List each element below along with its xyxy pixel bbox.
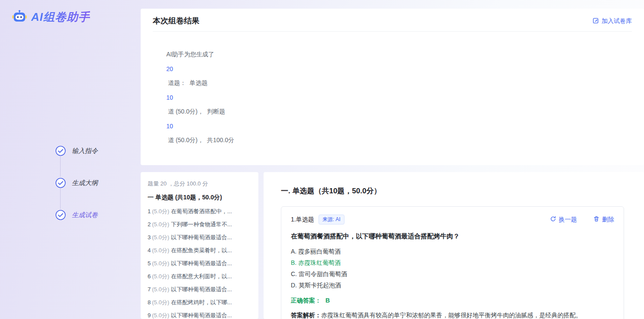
question-actions: 换一题 删除 xyxy=(550,216,614,224)
trash-icon xyxy=(593,216,599,223)
correct-answer-label: 正确答案： xyxy=(291,297,321,304)
outline-question-score: (5.0分) xyxy=(152,208,169,215)
summary-segment: 道 (50.0分)， 共100.0分 xyxy=(166,137,234,143)
outline-question-item[interactable]: 1(5.0分)在葡萄酒餐酒搭配中，... xyxy=(148,205,251,218)
summary-segment: AI助手为您生成了 xyxy=(166,51,216,58)
outline-stats: 题量 20 ，总分 100.0 分 xyxy=(148,180,251,188)
outline-question-number: 4 xyxy=(148,247,151,254)
outline-section-title: 一 单选题 (共10题，50.0分) xyxy=(148,194,251,202)
outline-question-score: (5.0分) xyxy=(152,260,169,267)
outline-question-item[interactable]: 7(5.0分)以下哪种葡萄酒最适合... xyxy=(148,283,251,296)
source-badge: 来源: AI xyxy=(319,215,345,225)
summary-segment: 20 xyxy=(166,65,173,72)
question-option: C. 雷司令甜白葡萄酒 xyxy=(291,268,614,280)
outline-question-score: (5.0分) xyxy=(152,299,169,306)
stepper-step[interactable]: 输入指令 xyxy=(55,146,98,156)
question-option: B. 赤霞珠红葡萄酒 xyxy=(291,257,614,268)
outline-question-score: (5.0分) xyxy=(152,234,169,241)
add-to-bank-button[interactable]: 加入试卷库 xyxy=(592,17,632,25)
outline-question-text: 在搭配意大利面时，以... xyxy=(171,273,232,280)
check-circle-icon xyxy=(55,178,66,188)
outline-question-item[interactable]: 9(5.0分)以下哪种葡萄酒最适合... xyxy=(148,309,251,319)
question-text: 在葡萄酒餐酒搭配中，以下哪种葡萄酒最适合搭配烤牛肉？ xyxy=(291,232,614,241)
app-logo: AI组卷助手 xyxy=(12,10,90,25)
outline-question-number: 1 xyxy=(148,208,151,215)
outline-question-number: 7 xyxy=(148,286,151,293)
outline-question-text: 在搭配鱼类菜肴时，以... xyxy=(171,247,232,254)
stepper-step-label: 生成试卷 xyxy=(72,211,98,219)
stepper-step-label: 生成大纲 xyxy=(72,179,98,187)
summary-segment: 10 xyxy=(166,94,173,101)
outline-question-score: (5.0分) xyxy=(152,247,169,254)
outline-question-text: 在葡萄酒餐酒搭配中，... xyxy=(171,208,232,215)
detail-panel: 一. 单选题（共10题，50.0分） 1.单选题 来源: AI xyxy=(264,172,644,319)
main-area: 本次组卷结果 AI助手为您生成了 20 道题： 单选题 10 道 (50.0分)… xyxy=(141,0,644,319)
outline-question-number: 3 xyxy=(148,234,151,241)
outline-question-text: 以下哪种葡萄酒最适合... xyxy=(171,234,232,241)
analysis-text: 赤霞珠红葡萄酒具有较高的单宁和浓郁的果香，能够很好地平衡烤牛肉的油腻感，是经典的… xyxy=(321,312,582,319)
outline-question-number: 2 xyxy=(148,221,151,228)
outline-question-text: 在搭配烤鸡时，以下哪... xyxy=(171,299,232,306)
add-to-bank-label: 加入试卷库 xyxy=(602,17,632,25)
outline-question-text: 以下哪种葡萄酒最适合... xyxy=(171,312,232,319)
question-index: 1.单选题 xyxy=(291,216,314,224)
swap-question-button[interactable]: 换一题 xyxy=(550,216,577,224)
stepper-step[interactable]: 生成试卷 xyxy=(55,210,98,220)
correct-answer-row: 正确答案：B xyxy=(291,297,614,305)
outline-question-score: (5.0分) xyxy=(152,221,169,228)
summary-segment: 道 (50.0分)， 判断题 xyxy=(166,108,227,115)
outline-question-item[interactable]: 2(5.0分)下列哪一种食物通常不... xyxy=(148,218,251,231)
question-options: A. 霞多丽白葡萄酒 B. 赤霞珠红葡萄酒 C. 雷司令甜白葡萄酒 D. 莫斯卡… xyxy=(291,246,614,291)
summary-segment: 道题： 单选题 xyxy=(166,79,209,86)
outline-question-number: 6 xyxy=(148,273,151,280)
left-rail: AI组卷助手 输入指令 生成 xyxy=(0,0,141,319)
outline-question-item[interactable]: 6(5.0分)在搭配意大利面时，以... xyxy=(148,270,251,283)
outline-question-number: 8 xyxy=(148,299,151,306)
generation-summary: AI助手为您生成了 20 道题： 单选题 10 道 (50.0分)， 判断题 1… xyxy=(153,31,632,158)
app-title: AI组卷助手 xyxy=(31,10,90,25)
outline-question-number: 9 xyxy=(148,312,151,319)
refresh-icon xyxy=(550,216,556,223)
question-card: 1.单选题 来源: AI 换一题 xyxy=(281,206,624,319)
robot-icon xyxy=(12,10,27,25)
stepper-step[interactable]: 生成大纲 xyxy=(55,178,98,188)
detail-section-title: 一. 单选题（共10题，50.0分） xyxy=(281,186,624,196)
stepper-step-label: 输入指令 xyxy=(72,147,98,155)
outline-question-item[interactable]: 8(5.0分)在搭配烤鸡时，以下哪... xyxy=(148,296,251,309)
check-circle-icon xyxy=(55,210,66,220)
outline-question-item[interactable]: 4(5.0分)在搭配鱼类菜肴时，以... xyxy=(148,244,251,257)
outline-question-text: 以下哪种葡萄酒最适合... xyxy=(171,260,232,267)
check-circle-icon xyxy=(55,146,66,156)
outline-section: 一 单选题 (共10题，50.0分) 1(5.0分)在葡萄酒餐酒搭配中，... … xyxy=(148,194,251,319)
delete-question-button[interactable]: 删除 xyxy=(593,216,614,224)
outline-question-score: (5.0分) xyxy=(152,312,169,319)
outline-question-score: (5.0分) xyxy=(152,286,169,293)
page-title: 本次组卷结果 xyxy=(153,16,632,26)
outline-question-text: 下列哪一种食物通常不... xyxy=(171,221,232,228)
outline-panel: 题量 20 ，总分 100.0 分 一 单选题 (共10题，50.0分) 1(5… xyxy=(141,172,258,319)
outline-question-text: 以下哪种葡萄酒最适合... xyxy=(171,286,232,293)
outline-question-number: 5 xyxy=(148,260,151,267)
content-row: 题量 20 ，总分 100.0 分 一 单选题 (共10题，50.0分) 1(5… xyxy=(141,172,644,319)
swap-question-label: 换一题 xyxy=(559,216,577,224)
analysis-label: 答案解析： xyxy=(291,312,321,319)
outline-question-item[interactable]: 3(5.0分)以下哪种葡萄酒最适合... xyxy=(148,231,251,244)
outline-question-score: (5.0分) xyxy=(152,273,169,280)
question-option: A. 霞多丽白葡萄酒 xyxy=(291,246,614,257)
question-card-header: 1.单选题 来源: AI 换一题 xyxy=(291,215,614,225)
progress-stepper: 输入指令 生成大纲 生成试卷 xyxy=(55,146,98,220)
delete-question-label: 删除 xyxy=(602,216,614,224)
outline-question-item[interactable]: 5(5.0分)以下哪种葡萄酒最适合... xyxy=(148,257,251,270)
analysis-row: 答案解析：赤霞珠红葡萄酒具有较高的单宁和浓郁的果香，能够很好地平衡烤牛肉的油腻感… xyxy=(291,310,614,319)
header-card: 本次组卷结果 AI助手为您生成了 20 道题： 单选题 10 道 (50.0分)… xyxy=(141,9,644,165)
edit-square-icon xyxy=(592,17,599,25)
summary-segment: 10 xyxy=(166,123,173,130)
question-option: D. 莫斯卡托起泡酒 xyxy=(291,280,614,291)
correct-answer-value: B xyxy=(325,297,330,304)
